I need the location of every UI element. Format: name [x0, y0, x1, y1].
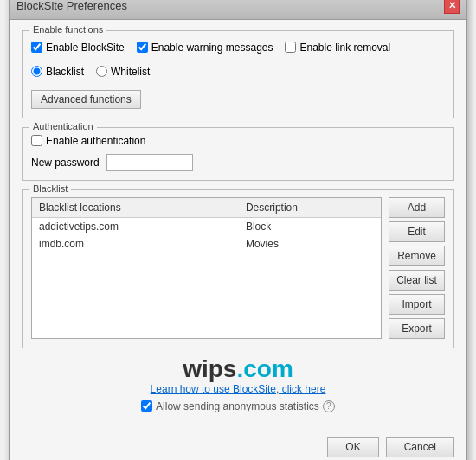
blacklist-table-container: Blacklist locations Description addictiv… [31, 197, 382, 339]
stats-row: Allow sending anonymous statistics ? [22, 400, 454, 412]
footer-buttons: OK Cancel [10, 431, 466, 461]
blacklist-radio-label: Blacklist [46, 66, 84, 78]
blacklist-legend: Blacklist [29, 183, 71, 194]
blacklist-section: Blacklist Blacklist locations Descriptio… [22, 189, 454, 348]
whitelist-radio-label: Whitelist [111, 66, 150, 78]
enable-functions-section: Enable functions Enable BlockSite Enable… [22, 30, 454, 118]
enable-blocksite-item: Enable BlockSite [31, 42, 125, 54]
blacklist-table: Blacklist locations Description addictiv… [32, 198, 381, 252]
remove-button[interactable]: Remove [389, 246, 445, 266]
advanced-functions-button[interactable]: Advanced functions [31, 90, 141, 109]
info-icon[interactable]: ? [323, 400, 335, 412]
enable-warning-checkbox[interactable] [137, 42, 148, 53]
enable-link-removal-label: Enable link removal [299, 42, 390, 54]
enable-link-removal-item: Enable link removal [285, 42, 390, 54]
whitelist-radio-item: Whitelist [96, 66, 150, 78]
close-button[interactable]: ✕ [444, 0, 460, 14]
stats-label: Allow sending anonymous statistics [156, 400, 319, 412]
new-password-label: New password [31, 157, 100, 169]
whitelist-radio[interactable] [96, 66, 107, 77]
enable-warning-label: Enable warning messages [151, 42, 273, 54]
edit-button[interactable]: Edit [389, 221, 445, 242]
authentication-section: Authentication Enable authentication New… [22, 127, 454, 181]
description-cell: Block [239, 217, 381, 235]
enable-blocksite-checkbox[interactable] [31, 42, 42, 53]
enable-auth-label: Enable authentication [46, 135, 145, 147]
window-title: BlockSite Preferences [16, 0, 127, 12]
wips-com: com [243, 355, 293, 382]
add-button[interactable]: Add [389, 197, 445, 218]
enable-auth-row: Enable authentication [31, 135, 445, 147]
stats-checkbox[interactable] [141, 400, 152, 412]
password-input[interactable] [106, 154, 193, 171]
col-location-header: Blacklist locations [32, 198, 239, 218]
clear-list-button[interactable]: Clear list [389, 270, 445, 291]
blacklist-inner: Blacklist locations Description addictiv… [31, 197, 445, 339]
enable-blocksite-label: Enable BlockSite [46, 42, 125, 54]
ok-button[interactable]: OK [327, 437, 378, 457]
enable-link-removal-checkbox[interactable] [285, 42, 296, 53]
enable-warning-item: Enable warning messages [137, 42, 273, 54]
cancel-button[interactable]: Cancel [386, 437, 454, 457]
password-row: New password [31, 154, 445, 171]
location-cell: addictivetips.com [32, 217, 239, 235]
table-row[interactable]: imdb.comMovies [32, 235, 381, 252]
wips-text: wips [183, 355, 236, 382]
main-window: BlockSite Preferences ✕ Enable functions… [9, 0, 467, 460]
enable-functions-legend: Enable functions [29, 24, 106, 35]
title-bar: BlockSite Preferences ✕ [10, 0, 466, 20]
blacklist-radio[interactable] [31, 66, 42, 77]
enable-auth-checkbox[interactable] [31, 135, 42, 146]
col-description-header: Description [239, 198, 381, 218]
enable-auth-item: Enable authentication [31, 135, 145, 147]
blacklist-radio-item: Blacklist [31, 66, 84, 78]
export-button[interactable]: Export [389, 318, 445, 339]
table-row[interactable]: addictivetips.comBlock [32, 217, 381, 235]
import-button[interactable]: Import [389, 294, 445, 315]
wips-link[interactable]: Learn how to use BlockSite, click here [22, 383, 454, 395]
wips-section: wips.com Learn how to use BlockSite, cli… [22, 357, 454, 412]
authentication-legend: Authentication [29, 121, 97, 131]
location-cell: imdb.com [32, 235, 239, 252]
enable-functions-row: Enable BlockSite Enable warning messages… [31, 42, 445, 78]
blacklist-buttons: Add Edit Remove Clear list Import Export [389, 197, 445, 339]
wips-logo: wips.com [22, 357, 454, 381]
description-cell: Movies [239, 235, 381, 252]
content-area: Enable functions Enable BlockSite Enable… [10, 20, 466, 431]
